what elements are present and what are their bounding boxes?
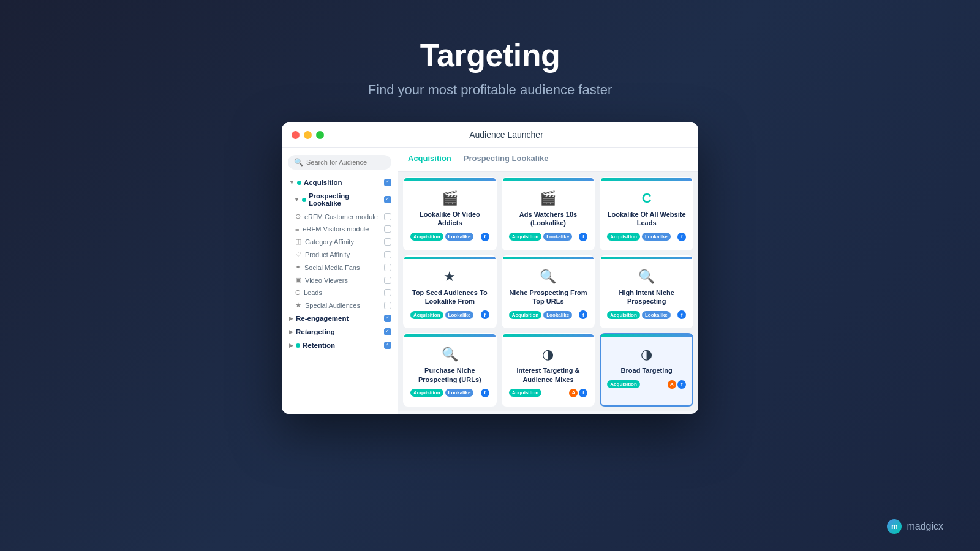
card-tags: Acquisition Lookalike f — [410, 389, 489, 397]
card-title: Ads Watchers 10s (Lookalike) — [509, 210, 588, 228]
titlebar: Audience Launcher — [282, 122, 698, 148]
sidebar-item-prospecting-lookalike[interactable]: ▼ Prospecting Lookalike — [282, 189, 398, 210]
sidebar-sub-label: Video Viewers — [305, 277, 348, 284]
app-window: Audience Launcher 🔍 ▼ Acquisition ▼ Pros… — [282, 122, 698, 414]
sidebar-item-special-audiences[interactable]: ★ Special Audiences — [282, 299, 398, 312]
card-interest-targeting[interactable]: ◑ Interest Targeting & Audience Mixes Ac… — [502, 333, 595, 407]
card-tags: Acquisition Lookalike f — [509, 310, 588, 319]
sidebar-item-leads[interactable]: C Leads — [282, 287, 398, 299]
cards-grid: 🎬 Lookalike Of Video Addicts Acquisition… — [398, 172, 698, 411]
category-affinity-checkbox[interactable] — [384, 238, 391, 246]
social-media-fans-checkbox[interactable] — [384, 264, 391, 271]
sidebar-item-erfm-visitors[interactable]: ≡ eRFM Visitors module — [282, 223, 398, 235]
sidebar-item-label: Re-engagement — [296, 315, 349, 322]
card-niche-prospecting-urls[interactable]: 🔍 Niche Prospecting From Top URLs Acquis… — [502, 255, 595, 329]
card-title: Lookalike Of Video Addicts — [410, 210, 489, 228]
product-affinity-checkbox[interactable] — [384, 251, 391, 258]
facebook-icon: f — [481, 389, 489, 397]
close-button[interactable] — [292, 131, 300, 139]
facebook-icon: f — [481, 310, 489, 319]
erfm-visitors-icon: ≡ — [295, 225, 299, 233]
card-purchase-niche-prospecting[interactable]: 🔍 Purchase Niche Prospecting (URLs) Acqu… — [403, 333, 497, 407]
window-controls — [292, 131, 324, 139]
video-viewers-checkbox[interactable] — [384, 277, 391, 284]
sidebar-sub-label: Category Affinity — [305, 238, 354, 246]
facebook-icon: f — [677, 380, 686, 389]
video-icon: 🎬 — [540, 190, 556, 206]
sidebar-item-label: Retention — [303, 342, 335, 349]
retargeting-checkbox[interactable] — [384, 328, 391, 335]
sidebar-item-erfm-customer[interactable]: ⊙ eRFM Customer module — [282, 210, 398, 223]
erfm-customer-checkbox[interactable] — [384, 213, 391, 220]
madgicx-branding: m madgicx — [887, 519, 943, 534]
acquisition-tag: Acquisition — [607, 380, 640, 388]
leads-checkbox[interactable] — [384, 289, 391, 296]
page-subtitle: Find your most profitable audience faste… — [368, 82, 612, 98]
video-icon: 🎬 — [442, 190, 458, 206]
card-title: High Intent Niche Prospecting — [607, 288, 686, 306]
sidebar-sub-label: Leads — [304, 289, 322, 296]
reengagement-checkbox[interactable] — [384, 315, 391, 322]
card-title: Purchase Niche Prospecting (URLs) — [410, 366, 489, 384]
page-title: Targeting — [420, 37, 560, 73]
tab-prospecting-lookalike[interactable]: Prospecting Lookalike — [464, 154, 549, 165]
lookalike-tag: Lookalike — [445, 389, 474, 397]
social-media-fans-icon: ✦ — [295, 263, 301, 271]
video-viewers-icon: ▣ — [295, 276, 301, 284]
sidebar-sub-label: eRFM Visitors module — [303, 225, 369, 233]
card-high-intent-niche[interactable]: 🔍 High Intent Niche Prospecting Acquisit… — [600, 255, 693, 329]
chevron-down-icon: ▼ — [294, 197, 300, 203]
card-title: Top Seed Audiences To Lookalike From — [410, 288, 489, 306]
sidebar-item-retention[interactable]: ▶ Retention — [282, 339, 398, 352]
acquisition-tag: Acquisition — [509, 389, 542, 397]
sidebar-sub-label: Product Affinity — [305, 251, 350, 258]
lookalike-tag: Lookalike — [445, 233, 474, 241]
retention-checkbox[interactable] — [384, 342, 391, 349]
tab-acquisition[interactable]: Acquisition — [408, 154, 451, 165]
special-audiences-icon: ★ — [295, 301, 301, 309]
card-tags: Acquisition Lookalike f — [607, 233, 686, 241]
card-top-seed-audiences[interactable]: ★ Top Seed Audiences To Lookalike From A… — [403, 255, 497, 329]
leads-icon: C — [295, 289, 300, 296]
card-top-bar — [404, 257, 496, 259]
sidebar-item-product-affinity[interactable]: ♡ Product Affinity — [282, 248, 398, 261]
sidebar-sub-label: Special Audiences — [305, 302, 360, 309]
sidebar-item-reengagement[interactable]: ▶ Re-engagement — [282, 312, 398, 325]
prospecting-checkbox[interactable] — [384, 196, 391, 203]
leads-icon: C — [642, 190, 652, 206]
pie-chart-icon: ◑ — [542, 347, 554, 362]
card-broad-targeting[interactable]: ◑ Broad Targeting Acquisition A f — [600, 333, 693, 407]
erfm-visitors-checkbox[interactable] — [384, 225, 391, 233]
facebook-icon: f — [579, 389, 587, 397]
card-lookalike-video-addicts[interactable]: 🎬 Lookalike Of Video Addicts Acquisition… — [403, 177, 497, 250]
facebook-icon: f — [579, 310, 587, 319]
pie-chart-icon: ◑ — [641, 347, 652, 362]
search-input[interactable] — [306, 159, 385, 166]
sidebar-item-retargeting[interactable]: ▶ Retargeting — [282, 325, 398, 339]
card-tags: Acquisition A f — [509, 389, 588, 397]
card-top-bar — [601, 178, 692, 181]
acquisition-tag: Acquisition — [410, 233, 443, 241]
window-body: 🔍 ▼ Acquisition ▼ Prospecting Lookalike … — [282, 148, 698, 414]
card-ads-watchers[interactable]: 🎬 Ads Watchers 10s (Lookalike) Acquisiti… — [502, 177, 595, 250]
platform-icons: A f — [569, 389, 587, 397]
card-title: Niche Prospecting From Top URLs — [509, 288, 588, 306]
minimize-button[interactable] — [304, 131, 312, 139]
sidebar-item-acquisition[interactable]: ▼ Acquisition — [282, 176, 398, 189]
special-audiences-checkbox[interactable] — [384, 302, 391, 309]
sidebar-item-category-affinity[interactable]: ◫ Category Affinity — [282, 235, 398, 248]
card-tags: Acquisition Lookalike f — [410, 310, 489, 319]
maximize-button[interactable] — [316, 131, 324, 139]
card-lookalike-website-leads[interactable]: C Lookalike Of All Website Leads Acquisi… — [600, 177, 693, 250]
chevron-down-icon: ▼ — [289, 179, 295, 186]
sidebar-sub-label: Social Media Fans — [304, 264, 360, 271]
card-top-bar — [503, 334, 594, 337]
acquisition-tag: Acquisition — [607, 311, 640, 319]
sidebar-item-video-viewers[interactable]: ▣ Video Viewers — [282, 274, 398, 287]
product-affinity-icon: ♡ — [295, 250, 301, 258]
chevron-right-icon: ▶ — [289, 315, 293, 321]
search-box[interactable]: 🔍 — [288, 155, 391, 170]
sidebar-item-social-media-fans[interactable]: ✦ Social Media Fans — [282, 261, 398, 274]
main-content: Acquisition Prospecting Lookalike 🎬 Look… — [398, 148, 698, 414]
acquisition-checkbox[interactable] — [384, 179, 391, 186]
